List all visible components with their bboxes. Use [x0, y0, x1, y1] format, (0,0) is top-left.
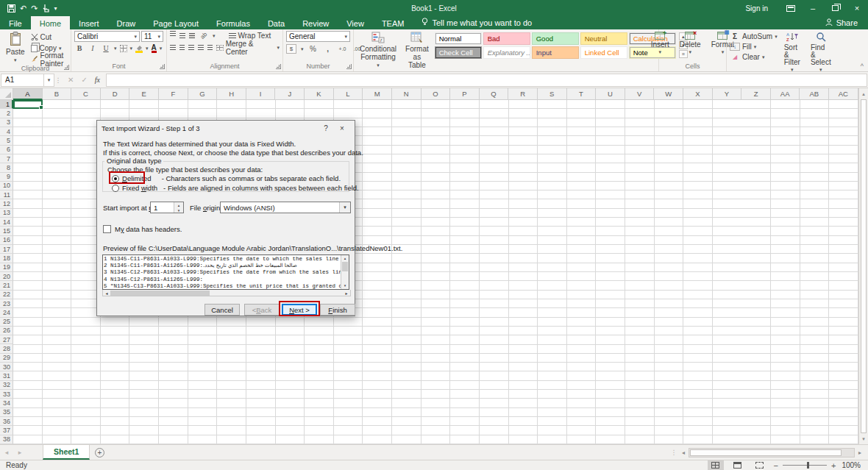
file-origin-dropdown-icon[interactable]: ▾: [339, 202, 350, 213]
headers-checkbox-label[interactable]: My data has headers.: [115, 225, 182, 233]
row-header-19[interactable]: 19: [0, 263, 13, 272]
row-header-32[interactable]: 32: [0, 381, 13, 390]
underline-dropdown-icon[interactable]: ▾: [114, 46, 117, 51]
row-header-11[interactable]: 11: [0, 191, 13, 199]
column-header-v[interactable]: V: [625, 88, 655, 100]
enter-entry-icon[interactable]: ✓: [81, 76, 87, 84]
cell-style-bad[interactable]: Bad: [483, 32, 530, 45]
close-icon[interactable]: ×: [846, 0, 868, 16]
my-data-has-headers-checkbox[interactable]: [103, 225, 111, 233]
tab-home[interactable]: Home: [31, 16, 70, 29]
delimited-radio-label[interactable]: Delimited: [122, 174, 152, 182]
sheet-tab-sheet1[interactable]: Sheet1: [43, 445, 90, 460]
row-header-38[interactable]: 38: [0, 435, 13, 444]
name-box-splitter[interactable]: ⋮: [54, 76, 62, 84]
row-header-6[interactable]: 6: [0, 146, 13, 154]
dialog-title-bar[interactable]: Text Import Wizard - Step 1 of 3 ? ×: [97, 121, 355, 135]
column-header-r[interactable]: R: [508, 88, 538, 100]
cut-button[interactable]: Cut: [31, 32, 68, 42]
sheet-nav-right-icon[interactable]: ▸: [13, 445, 26, 460]
page-break-view-button[interactable]: [752, 460, 768, 470]
column-header-n[interactable]: N: [392, 88, 421, 100]
cancel-entry-icon[interactable]: ✕: [68, 76, 74, 84]
borders-dropdown-icon[interactable]: ▾: [130, 46, 133, 51]
font-color-icon[interactable]: A: [152, 44, 157, 53]
column-header-h[interactable]: H: [217, 88, 246, 100]
fill-color-icon[interactable]: [135, 43, 143, 53]
increase-decimal-icon[interactable]: +.0: [338, 44, 348, 54]
orientation-icon[interactable]: ab: [196, 29, 210, 43]
scroll-left-icon[interactable]: ◂: [678, 449, 689, 456]
minimize-icon[interactable]: –: [802, 0, 824, 16]
font-dialog-launcher-icon[interactable]: [160, 64, 165, 69]
tab-data[interactable]: Data: [259, 16, 294, 29]
row-header-26[interactable]: 26: [0, 327, 13, 335]
column-header-t[interactable]: T: [567, 88, 597, 100]
undo-icon[interactable]: ↶: [20, 4, 26, 13]
tab-draw[interactable]: Draw: [108, 16, 145, 29]
zoom-slider-handle[interactable]: [807, 462, 809, 469]
copy-dropdown-icon[interactable]: ▾: [59, 46, 62, 51]
tab-file[interactable]: File: [0, 16, 31, 29]
row-header-3[interactable]: 3: [0, 118, 13, 127]
scroll-down-icon[interactable]: ▾: [859, 433, 868, 444]
bold-button[interactable]: B: [74, 43, 85, 53]
column-header-o[interactable]: O: [421, 88, 451, 100]
tab-page-layout[interactable]: Page Layout: [144, 16, 207, 29]
zoom-in-button[interactable]: +: [831, 461, 836, 470]
decrease-indent-icon[interactable]: [198, 45, 204, 50]
tab-formulas[interactable]: Formulas: [207, 16, 259, 29]
preview-text[interactable]: 1N1345-C11-P8631-A1033-L999:Specifies th…: [103, 255, 341, 289]
column-header-u[interactable]: U: [596, 88, 625, 100]
vertical-scrollbar[interactable]: ▴ ▾: [858, 88, 868, 444]
align-middle-icon[interactable]: [179, 33, 185, 38]
sheet-nav-left-icon[interactable]: ◂: [0, 445, 13, 460]
zoom-slider[interactable]: [783, 465, 827, 466]
vertical-scroll-thumb[interactable]: [861, 99, 867, 433]
delete-cells-button[interactable]: × Delete ▾: [676, 31, 705, 56]
sort-filter-button[interactable]: AZ Sort & Filter ▾: [780, 31, 804, 74]
preview-scroll-up-icon[interactable]: ▴: [341, 255, 349, 262]
font-family-combo[interactable]: Calibri ▾: [74, 31, 140, 42]
preview-scroll-left-icon[interactable]: ◂: [103, 291, 110, 296]
row-header-14[interactable]: 14: [0, 218, 13, 227]
insert-cells-button[interactable]: + Insert ▾: [647, 31, 673, 56]
align-top-icon[interactable]: [170, 31, 176, 36]
dialog-close-icon[interactable]: ×: [334, 124, 350, 132]
fill-color-dropdown-icon[interactable]: ▾: [146, 46, 149, 51]
row-header-16[interactable]: 16: [0, 236, 13, 245]
number-format-combo[interactable]: General ▾: [286, 31, 350, 42]
row-header-34[interactable]: 34: [0, 399, 13, 407]
column-header-m[interactable]: M: [363, 88, 392, 100]
preview-horizontal-scrollbar[interactable]: ◂ ▸: [102, 290, 351, 296]
start-row-value[interactable]: 1: [151, 202, 174, 213]
next-button[interactable]: Next >: [282, 304, 317, 316]
page-layout-view-button[interactable]: [730, 460, 746, 470]
find-select-button[interactable]: Find & Select ▾: [807, 31, 835, 74]
preview-scroll-right-icon[interactable]: ▸: [343, 291, 350, 296]
cell-style-linked-cell[interactable]: Linked Cell: [580, 46, 627, 59]
tab-view[interactable]: View: [338, 16, 373, 29]
row-header-23[interactable]: 23: [0, 299, 13, 308]
row-header-21[interactable]: 21: [0, 281, 13, 290]
row-header-18[interactable]: 18: [0, 254, 13, 263]
row-header-24[interactable]: 24: [0, 308, 13, 317]
name-box[interactable]: A1: [1, 74, 44, 87]
formula-input[interactable]: [106, 74, 867, 87]
cell-style-explanatory[interactable]: Explanatory ...: [483, 46, 530, 59]
column-header-q[interactable]: Q: [480, 88, 509, 100]
row-header-15[interactable]: 15: [0, 227, 13, 235]
row-header-13[interactable]: 13: [0, 209, 13, 218]
alignment-dialog-launcher-icon[interactable]: [276, 64, 281, 69]
column-header-j[interactable]: J: [275, 88, 305, 100]
column-header-c[interactable]: C: [71, 88, 101, 100]
column-header-y[interactable]: Y: [713, 88, 742, 100]
row-header-33[interactable]: 33: [0, 390, 13, 399]
dialog-help-icon[interactable]: ?: [318, 124, 334, 132]
column-header-aa[interactable]: AA: [771, 88, 800, 100]
sign-in-button[interactable]: Sign in: [733, 4, 780, 13]
row-header-20[interactable]: 20: [0, 272, 13, 281]
column-header-d[interactable]: D: [101, 88, 130, 100]
redo-icon[interactable]: ↷: [31, 4, 38, 13]
italic-button[interactable]: I: [88, 43, 98, 53]
